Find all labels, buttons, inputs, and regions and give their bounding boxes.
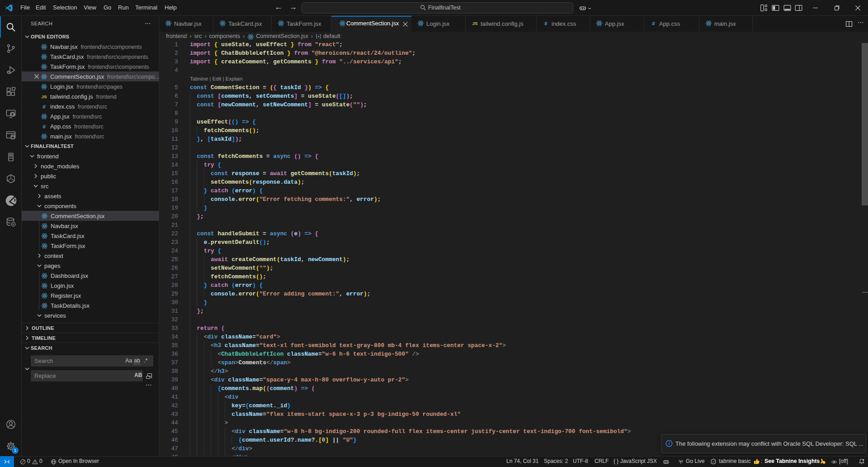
svg-text:JS: JS [472,21,477,26]
svg-text:#: # [652,20,655,26]
svg-text:#: # [544,20,547,26]
